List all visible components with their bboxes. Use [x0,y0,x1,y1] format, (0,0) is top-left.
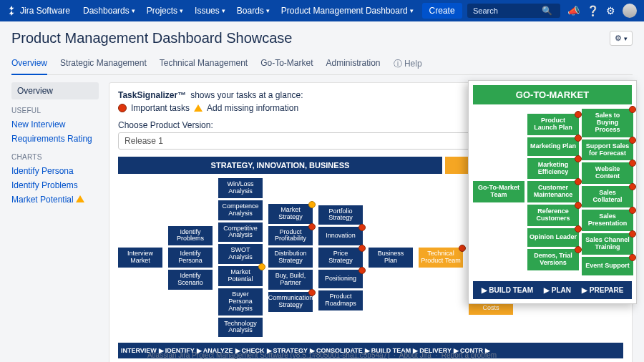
card[interactable]: Technology Analysis [218,318,263,338]
card[interactable]: Event Support [582,257,633,275]
card[interactable]: Demos, Trial Versions [527,249,579,270]
nav-boards[interactable]: Boards▾ [231,0,275,21]
tab-bar: Overview Strategic Management Technical … [11,54,633,75]
card[interactable]: Opinion Leader [527,228,579,247]
card[interactable]: Marketing Efficiency [527,158,579,180]
card[interactable]: SWOT Analysis [218,244,263,264]
nav-dashboards[interactable]: Dashboards▾ [77,0,141,21]
sidebar-item[interactable]: New Interview [11,117,99,132]
footer-link[interactable]: About Jira [399,351,431,359]
card[interactable]: Distribution Strategy [268,248,313,268]
card[interactable]: Identify Scenario [168,270,213,290]
card[interactable]: Communication Strategy [268,292,313,312]
card[interactable]: Customer Maintenance [527,181,579,202]
sidebar-item[interactable]: Identify Persona [11,164,99,178]
card[interactable]: Product Roadmaps [318,290,363,310]
tab-gtm[interactable]: Go-To-Market [260,54,313,74]
search-icon: 🔍 [542,6,552,16]
card[interactable]: Product Profitability [268,226,313,246]
overlay-sequence: ▶ BUILD TEAM▶ PLAN▶ PREPARE [473,281,632,299]
card[interactable]: Reference Customers [527,205,579,226]
jira-icon [7,6,17,16]
nav-issues[interactable]: Issues▾ [189,0,231,21]
tab-strategic[interactable]: Strategic Management [60,54,147,74]
tab-overview[interactable]: Overview [11,54,47,75]
card[interactable]: Product Launch Plan [527,114,579,135]
settings-icon[interactable]: ⚙ [606,5,615,16]
card[interactable]: Sales Collateral [582,186,633,207]
sidebar: Overview USEFUL New Interview Requiremen… [11,82,99,362]
create-button[interactable]: Create [422,3,462,19]
warning-icon [76,195,84,202]
tab-admin[interactable]: Administration [326,54,381,74]
card[interactable]: Market Potential [218,266,263,286]
nav-pmd[interactable]: Product Management Dashboard▾ [275,0,419,21]
card[interactable]: Identify Persona [168,248,213,268]
card[interactable]: Sales Channel Training [582,233,633,255]
footer-link[interactable]: Report a problem [441,351,497,359]
card[interactable]: Business Plan [369,248,413,268]
warning-icon [194,104,203,112]
gtm-overlay: GO-TO-MARKET Go-To-Market Team Product L… [468,80,637,304]
card[interactable]: Marketing Plan [527,137,579,156]
dashboard-settings-button[interactable]: ⚙▾ [610,31,633,46]
card[interactable]: Go-To-Market Team [473,181,525,202]
logo[interactable]: Jira Software [7,6,70,16]
card[interactable]: Buy, Build, Partner [268,270,313,290]
sidebar-item[interactable]: Market Potential [11,192,99,207]
card[interactable]: Price Strategy [318,248,363,268]
card[interactable]: Market Strategy [268,204,313,224]
sidebar-item-overview[interactable]: Overview [11,82,99,99]
card[interactable]: Support Sales for Forecast [582,140,633,161]
sidebar-item[interactable]: Identify Problems [11,178,99,192]
sidebar-item[interactable]: Requirements Rating [11,132,99,146]
card[interactable]: Identify Problems [168,226,213,246]
footer: Atlassian Jira Project Management Softwa… [0,351,644,359]
card[interactable]: Positioning [318,270,363,288]
important-icon [118,104,127,112]
footer-link[interactable]: Project Management Software [192,351,288,359]
card[interactable]: Sales Presentation [582,210,633,231]
search-box[interactable]: 🔍 [467,4,560,18]
card[interactable]: Technical Product Team [419,248,463,268]
brand-text: Jira Software [20,6,70,16]
gear-icon: ⚙ [615,34,622,43]
card[interactable]: Innovation [318,227,363,245]
card[interactable]: Competence Analysis [218,200,263,220]
card[interactable]: Interview Market [118,248,162,268]
card[interactable]: Buyer Persona Analysis [218,288,263,315]
card[interactable]: Portfolio Strategy [318,205,363,225]
help-icon[interactable]: ❔ [587,5,599,16]
card[interactable]: Website Content [582,162,633,184]
tab-technical[interactable]: Technical Management [160,54,248,74]
tab-help[interactable]: ⓘ Help [394,54,422,74]
page-title: Product Management Dashboard Showcase [11,30,292,47]
nav-projects[interactable]: Projects▾ [141,0,189,21]
card[interactable]: Competitive Analysis [218,222,263,243]
notifications-icon[interactable]: 📣 [567,5,580,16]
search-input[interactable] [473,6,537,15]
card[interactable]: Win/Loss Analysis [218,178,263,198]
avatar[interactable] [623,4,637,18]
header-strategy: STRATEGY, INNOVATION, BUSINESS [118,157,442,174]
chevron-down-icon: ▾ [132,7,135,14]
topbar: Jira Software Dashboards▾ Projects▾ Issu… [0,0,644,21]
card[interactable]: Sales to Buying Process [582,109,633,137]
